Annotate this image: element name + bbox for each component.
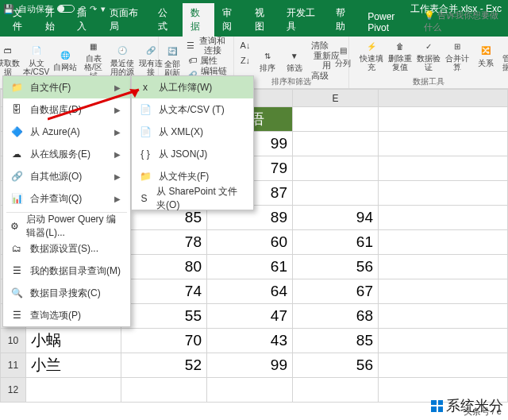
menu-item[interactable]: 📊合并查询(Q)▶ [3, 187, 130, 210]
from-web-button[interactable]: 🌐自网站 [52, 38, 79, 81]
data-val-button[interactable]: ✓数据验证 [415, 38, 442, 72]
menu-item[interactable]: 📁自文件(F)▶ [3, 76, 130, 98]
qat-more-icon[interactable]: ▾ [101, 4, 106, 14]
menu-item-label: 从文件夹(F) [159, 170, 209, 183]
sort-desc-icon: Z↓ [240, 55, 251, 66]
tab-layout[interactable]: 页面布局 [102, 3, 150, 37]
from-text-csv-button[interactable]: 📄从文本/CSV [23, 38, 50, 81]
consolidate-button[interactable]: ⊞合并计算 [444, 38, 471, 72]
menu-item-icon: 🗄 [10, 104, 24, 115]
menu-item-icon: 📄 [138, 104, 152, 115]
csv-icon: 📄 [29, 44, 44, 58]
text-to-cols-button[interactable]: ▤分列 [329, 38, 356, 72]
menu-item-icon: S [138, 193, 150, 204]
sort-desc-button[interactable]: Z↓ [237, 53, 253, 67]
menu-item-label: 从文本/CSV (T) [159, 103, 225, 117]
menu-item-label: 从 JSON(J) [159, 148, 207, 161]
autosave-toggle[interactable] [57, 5, 75, 13]
menu-item-icon: ⚙ [10, 221, 20, 232]
menu-item-icon: 📁 [10, 82, 24, 93]
menu-item-icon: ☁ [10, 148, 24, 160]
tab-view[interactable]: 视图 [247, 3, 279, 37]
menu-item-icon: ☰ [10, 310, 24, 321]
refresh-icon: 🔄 [165, 44, 179, 59]
recent-sources-button[interactable]: 🕘最近使用的源 [109, 38, 136, 81]
menu-item-icon: 📊 [10, 193, 24, 204]
menu-item[interactable]: ⚙启动 Power Query 编辑器(L)... [3, 215, 130, 237]
menu-item-label: 自文件(F) [30, 81, 71, 94]
menu-item-icon: 🗂 [10, 243, 24, 254]
chevron-right-icon: ▶ [114, 106, 121, 114]
undo-icon[interactable]: ↶ [79, 4, 86, 14]
recent-icon: 🕘 [115, 44, 129, 58]
from-table-button[interactable]: ▦自表格/区域 [80, 38, 107, 81]
chevron-right-icon: ▶ [114, 195, 121, 203]
menu-item[interactable]: 📄从 XML(X) [132, 121, 253, 143]
menu-item[interactable]: 🔗自其他源(O)▶ [3, 165, 130, 187]
sort-icon: ⇅ [260, 48, 275, 63]
menu-item[interactable]: ☰我的数据目录查询(M) [3, 260, 130, 282]
tell-me-search[interactable]: 💡 告诉我你想要做什么 [419, 6, 508, 37]
col-header-e[interactable]: E [293, 90, 379, 107]
menu-item-icon: 🔷 [10, 126, 24, 137]
menu-item[interactable]: 🔷从 Azure(A)▶ [3, 121, 130, 143]
menu-item[interactable]: 📁从文件夹(F) [132, 165, 253, 187]
menu-item-label: 查询选项(P) [30, 309, 81, 322]
menu-item-label: 从 SharePoint 文件夹(O) [156, 185, 244, 212]
menu-item[interactable]: ☰查询选项(P) [3, 304, 130, 326]
chevron-right-icon: ▶ [114, 150, 121, 159]
menu-item-label: 自其他源(O) [30, 170, 82, 183]
get-data-button[interactable]: 🗃获取数据 [0, 38, 21, 81]
menu-item-label: 数据源设置(S)... [30, 242, 98, 256]
get-data-icon: 🗃 [1, 44, 15, 58]
get-data-menu: 📁自文件(F)▶🗄自数据库(D)▶🔷从 Azure(A)▶☁从在线服务(E)▶🔗… [2, 75, 131, 327]
menu-item[interactable]: 🔍数据目录搜索(C) [3, 282, 130, 304]
redo-icon[interactable]: ↷ [90, 4, 97, 14]
ribbon-tabs: 文件 开始 插入 页面布局 公式 数据 审阅 视图 开发工具 帮助 Power … [0, 17, 508, 37]
autosave-label: 自动保存 [18, 3, 53, 15]
menu-item-icon: 🔍 [10, 287, 24, 299]
web-icon: 🌐 [58, 48, 72, 62]
menu-item-label: 我的数据目录查询(M) [30, 264, 121, 278]
data-model-button[interactable]: ▦管理数据模型 [501, 38, 508, 72]
tab-help[interactable]: 帮助 [328, 3, 360, 37]
tab-dev[interactable]: 开发工具 [279, 3, 327, 37]
save-icon[interactable]: 💾 [3, 4, 14, 14]
menu-item[interactable]: { }从 JSON(J) [132, 143, 253, 165]
sort-asc-button[interactable]: A↓ [237, 38, 253, 52]
menu-item-label: 数据目录搜索(C) [30, 287, 101, 300]
menu-item-icon: 🔗 [10, 171, 24, 182]
menu-item-icon: 📁 [138, 171, 152, 182]
menu-item[interactable]: 🗂数据源设置(S)... [3, 237, 130, 260]
relationships-button[interactable]: 🔀关系 [472, 38, 499, 72]
chevron-right-icon: ▶ [114, 83, 121, 92]
menu-item[interactable]: 🗄自数据库(D)▶ [3, 98, 130, 121]
menu-item[interactable]: ☁从在线服务(E)▶ [3, 143, 130, 165]
group-label-tools: 数据工具 [349, 76, 508, 87]
tab-powerpivot[interactable]: Power Pivot [360, 8, 419, 37]
menu-item-label: 启动 Power Query 编辑器(L)... [26, 213, 121, 240]
tab-review[interactable]: 审阅 [214, 3, 247, 37]
table-icon: ▦ [87, 39, 101, 53]
watermark: 系统米分 [431, 396, 503, 415]
menu-item-label: 自数据库(D) [30, 103, 82, 117]
remove-dup-button[interactable]: 🗑删除重复值 [387, 38, 414, 72]
queries-conn-button[interactable]: ☰查询和连接 [184, 38, 230, 52]
menu-item[interactable]: x从工作簿(W) [132, 76, 253, 98]
tab-formula[interactable]: 公式 [150, 3, 183, 37]
menu-item-icon: 📄 [138, 126, 152, 137]
menu-item[interactable]: S从 SharePoint 文件夹(O) [132, 187, 253, 210]
menu-item-label: 从在线服务(E) [30, 148, 90, 161]
sort-asc-icon: A↓ [240, 40, 251, 51]
menu-item-icon: x [138, 82, 152, 93]
chevron-right-icon: ▶ [114, 172, 121, 181]
menu-item-label: 从工作簿(W) [159, 81, 212, 94]
filter-icon: ▼ [287, 48, 302, 63]
menu-item-icon: { } [138, 148, 152, 160]
flash-fill-button[interactable]: ⚡快速填充 [358, 38, 385, 72]
tab-data[interactable]: 数据 [183, 3, 215, 37]
menu-item-label: 从 XML(X) [159, 125, 203, 139]
windows-logo-icon [431, 400, 443, 412]
menu-item-label: 合并查询(Q) [30, 192, 82, 206]
menu-item[interactable]: 📄从文本/CSV (T) [132, 98, 253, 121]
